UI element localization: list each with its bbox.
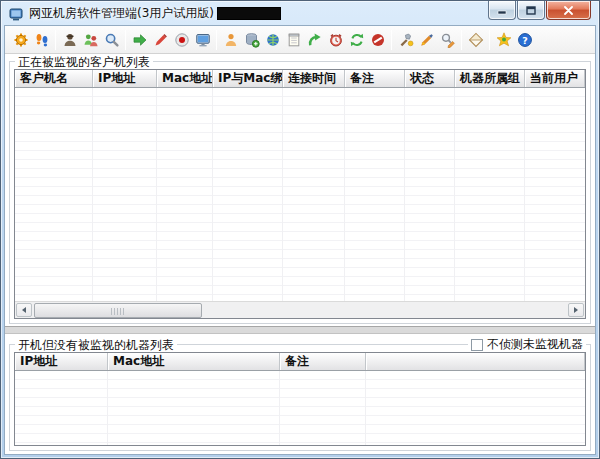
app-window: 网亚机房软件管理端(3用户试用版) ? 正在被监视的客户机列表 客户机名IP地址…	[0, 0, 600, 459]
audit-search-icon[interactable]	[437, 29, 458, 51]
no-detect-checkbox[interactable]	[471, 339, 483, 351]
column-header[interactable]: IP与Mac绑定	[213, 70, 283, 87]
gear-icon[interactable]	[10, 29, 31, 51]
arrow-left-icon	[19, 307, 26, 313]
no-detect-checkbox-label[interactable]: 不侦测未监视机器	[468, 336, 586, 353]
minimize-button[interactable]	[488, 1, 516, 20]
column-header[interactable]: IP地址	[15, 353, 108, 370]
toolbar-separator	[125, 30, 126, 50]
column-header[interactable]: Mac地址	[108, 353, 280, 370]
monitored-table-header: 客户机名IP地址Mac地址IP与Mac绑定连接时间备注状态机器所属组当前用户	[15, 70, 585, 88]
record-icon[interactable]	[171, 29, 192, 51]
column-header[interactable]: 机器所属组	[455, 70, 525, 87]
column-header[interactable]: 客户机名	[15, 70, 93, 87]
toolbar-separator	[391, 30, 392, 50]
table-column	[15, 371, 108, 445]
horizontal-scrollbar[interactable]	[15, 301, 585, 318]
column-header[interactable]: 当前用户	[525, 70, 585, 87]
table-column	[366, 371, 585, 445]
scrollbar-thumb[interactable]	[34, 303, 202, 318]
help-icon[interactable]: ?	[514, 29, 535, 51]
monitored-table-body[interactable]	[15, 88, 585, 301]
scroll-left-button[interactable]	[16, 303, 32, 317]
monitored-clients-table[interactable]: 客户机名IP地址Mac地址IP与Mac绑定连接时间备注状态机器所属组当前用户	[14, 69, 586, 319]
block-icon[interactable]	[367, 29, 388, 51]
users-icon[interactable]	[80, 29, 101, 51]
table-column	[213, 88, 283, 301]
checkbox-text: 不侦测未监视机器	[487, 336, 583, 353]
monitor-icon[interactable]	[192, 29, 213, 51]
table-column	[93, 88, 157, 301]
notepad-icon[interactable]	[283, 29, 304, 51]
toolbar: ?	[5, 26, 595, 54]
tools-icon[interactable]	[395, 29, 416, 51]
table-column	[280, 371, 366, 445]
alarm-clock-icon[interactable]	[325, 29, 346, 51]
table-column	[283, 88, 345, 301]
app-icon	[8, 6, 24, 22]
monitored-clients-section: 正在被监视的客户机列表 客户机名IP地址Mac地址IP与Mac绑定连接时间备注状…	[9, 61, 591, 324]
column-header[interactable]: 备注	[345, 70, 405, 87]
search-icon[interactable]	[101, 29, 122, 51]
client-area: ? 正在被监视的客户机列表 客户机名IP地址Mac地址IP与Mac绑定连接时间备…	[5, 26, 595, 454]
footprints-icon[interactable]	[31, 29, 52, 51]
column-header[interactable]: Mac地址	[157, 70, 213, 87]
pane-splitter[interactable]	[5, 326, 595, 334]
maximize-button[interactable]	[517, 1, 545, 20]
window-title: 网亚机房软件管理端(3用户试用版)	[29, 5, 214, 22]
globe-icon[interactable]	[262, 29, 283, 51]
table-column	[15, 88, 93, 301]
green-arrow-icon[interactable]	[129, 29, 150, 51]
scroll-right-button[interactable]	[568, 303, 584, 317]
column-header[interactable]: 备注	[280, 353, 366, 370]
table-column	[345, 88, 405, 301]
arrow-right-icon	[574, 307, 581, 313]
red-pencil-icon[interactable]	[150, 29, 171, 51]
titlebar[interactable]: 网亚机房软件管理端(3用户试用版)	[1, 1, 599, 26]
caption-buttons	[487, 1, 591, 20]
column-header[interactable]: 状态	[405, 70, 455, 87]
person-icon[interactable]	[220, 29, 241, 51]
column-header[interactable]: 连接时间	[283, 70, 345, 87]
scrollbar-track[interactable]	[32, 303, 568, 317]
table-column	[157, 88, 213, 301]
diamond-icon[interactable]	[465, 29, 486, 51]
refresh-icon[interactable]	[346, 29, 367, 51]
column-header-filler	[366, 353, 585, 370]
unmonitored-table-header: IP地址Mac地址备注	[15, 353, 585, 371]
table-column	[108, 371, 280, 445]
svg-text:?: ?	[522, 34, 528, 45]
star-icon[interactable]	[493, 29, 514, 51]
toolbar-separator	[461, 30, 462, 50]
unmonitored-machines-section: 开机但没有被监视的机器列表 不侦测未监视机器 IP地址Mac地址备注	[9, 344, 591, 451]
table-column	[405, 88, 455, 301]
spy-person-icon[interactable]	[59, 29, 80, 51]
unmonitored-table-body[interactable]	[15, 371, 585, 445]
rocket-icon[interactable]	[416, 29, 437, 51]
toolbar-separator	[489, 30, 490, 50]
unmonitored-machines-table[interactable]: IP地址Mac地址备注	[14, 352, 586, 446]
table-column	[455, 88, 525, 301]
close-button[interactable]	[546, 1, 591, 20]
column-header[interactable]: IP地址	[93, 70, 157, 87]
toolbar-separator	[216, 30, 217, 50]
toolbar-separator	[55, 30, 56, 50]
table-column	[525, 88, 585, 301]
redacted-text	[217, 7, 281, 20]
database-icon[interactable]	[241, 29, 262, 51]
redo-arrow-icon[interactable]	[304, 29, 325, 51]
